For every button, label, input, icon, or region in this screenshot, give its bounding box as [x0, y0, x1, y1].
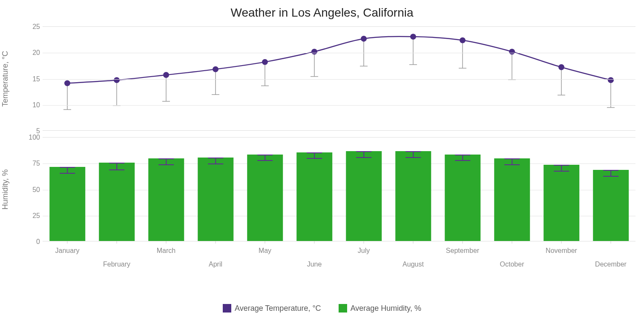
xtick-label: September: [446, 247, 479, 255]
xtick-mark: [216, 241, 216, 244]
xtick-mark: [166, 241, 167, 244]
xaxis: JanuaryFebruaryMarchAprilMayJuneJulyAugu…: [43, 244, 635, 278]
plot-area-humidity: 0255075100: [43, 137, 635, 241]
xtick-label: July: [358, 247, 370, 255]
xtick-label: May: [259, 247, 271, 255]
swatch-temperature-icon: [223, 304, 231, 313]
yaxis-label-humidity: Humidity, %: [1, 169, 10, 209]
legend-label-temperature: Average Temperature, °C: [235, 304, 321, 313]
xtick-label: February: [103, 261, 130, 268]
xtick-mark: [512, 241, 512, 244]
chart-title: Weather in Los Angeles, California: [0, 0, 644, 26]
xtick-label: June: [307, 261, 322, 268]
xtick-label: April: [209, 261, 222, 268]
xtick-label: December: [595, 261, 627, 268]
legend-item-temperature[interactable]: Average Temperature, °C: [223, 304, 321, 313]
humidity-bar[interactable]: [49, 137, 85, 241]
xtick-label: October: [500, 261, 524, 268]
xtick-mark: [117, 241, 117, 244]
humidity-bar[interactable]: [296, 137, 332, 241]
xtick-label: January: [55, 247, 80, 255]
temperature-point[interactable]: [213, 66, 218, 72]
temperature-point[interactable]: [558, 64, 564, 70]
humidity-bar[interactable]: [395, 137, 431, 241]
pane-temperature: Temperature, °C 510152025: [0, 26, 635, 131]
temperature-point[interactable]: [361, 36, 367, 42]
gridline: [43, 79, 635, 80]
swatch-humidity-icon: [339, 304, 347, 313]
gridline: [43, 53, 635, 53]
humidity-bar[interactable]: [543, 137, 579, 241]
xtick-mark: [364, 241, 364, 244]
ytick-label: 10: [21, 101, 40, 109]
ytick-label: 20: [21, 49, 40, 57]
humidity-bar[interactable]: [247, 137, 283, 241]
temperature-point[interactable]: [608, 77, 614, 83]
temperature-point[interactable]: [262, 59, 268, 65]
ytick-label: 75: [21, 160, 40, 167]
temperature-line: [67, 37, 611, 83]
ytick-label: 25: [21, 212, 40, 220]
chart-panes: Temperature, °C 510152025 Humidity, % 02…: [0, 26, 644, 273]
humidity-bar[interactable]: [198, 137, 233, 241]
ytick-label: 25: [21, 23, 40, 31]
humidity-bar[interactable]: [346, 137, 382, 241]
pane-humidity: Humidity, % 0255075100: [0, 137, 635, 241]
temperature-point[interactable]: [410, 34, 416, 40]
ytick-label: 0: [21, 238, 40, 246]
plot-area-temperature: 510152025: [43, 26, 635, 131]
yaxis-label-temperature: Temperature, °C: [1, 51, 10, 106]
humidity-bar[interactable]: [494, 137, 530, 241]
temperature-point[interactable]: [114, 77, 120, 83]
legend-label-humidity: Average Humidity, %: [351, 304, 421, 313]
xtick-label: March: [157, 247, 175, 255]
temperature-point[interactable]: [163, 72, 169, 78]
temperature-point[interactable]: [311, 49, 317, 54]
xtick-label: November: [546, 247, 577, 255]
xtick-mark: [561, 241, 562, 244]
xtick-mark: [413, 241, 414, 244]
humidity-bar[interactable]: [148, 137, 184, 241]
xtick-label: August: [402, 261, 424, 268]
xtick-mark: [67, 241, 68, 244]
legend: Average Temperature, °C Average Humidity…: [0, 304, 644, 315]
temperature-point[interactable]: [460, 37, 466, 43]
humidity-bar[interactable]: [445, 137, 480, 241]
temperature-point[interactable]: [64, 80, 70, 86]
gridline: [43, 105, 635, 106]
ytick-label: 15: [21, 75, 40, 83]
xtick-mark: [611, 241, 611, 244]
ytick-label: 50: [21, 186, 40, 194]
xtick-mark: [265, 241, 265, 244]
chart-container: Weather in Los Angeles, California Tempe…: [0, 0, 644, 324]
legend-item-humidity[interactable]: Average Humidity, %: [339, 304, 421, 313]
ytick-label: 100: [21, 134, 40, 141]
temperature-point[interactable]: [509, 49, 515, 54]
xtick-mark: [314, 241, 315, 244]
xtick-mark: [463, 241, 463, 244]
humidity-bar[interactable]: [99, 137, 135, 241]
humidity-bar[interactable]: [593, 137, 629, 241]
